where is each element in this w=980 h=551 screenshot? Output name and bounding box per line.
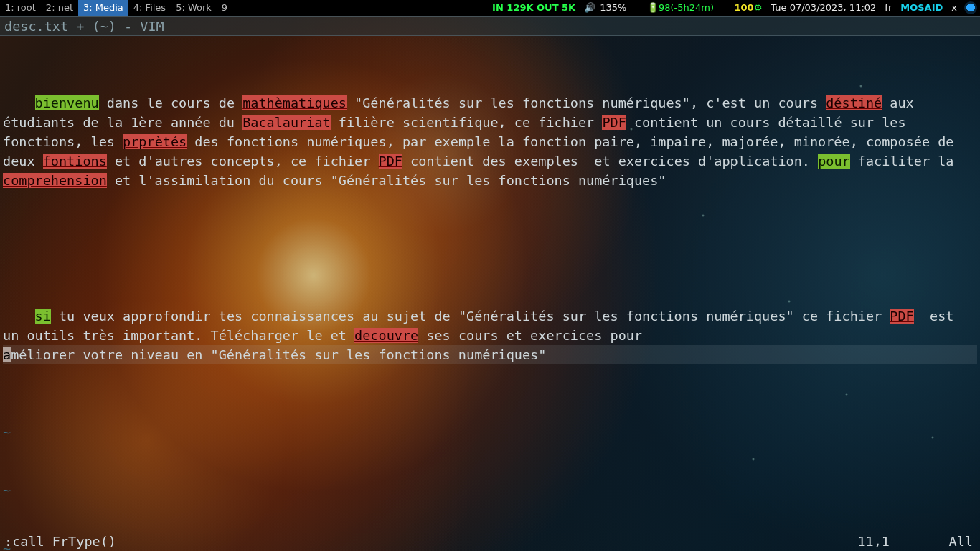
blank-line (3, 229, 977, 248)
workspace-4-files[interactable]: 4: Files (128, 0, 171, 16)
vim-status-line: :call FrType() 11,1 All (0, 531, 980, 551)
spell-good: bienvenu (35, 95, 99, 110)
spell-bad: PDF (379, 154, 402, 169)
hostname: MOSAID (896, 0, 947, 16)
spell-good: pour (818, 154, 850, 169)
close-icon[interactable]: x (947, 0, 961, 16)
cursor: a (3, 347, 11, 362)
net-traffic: IN 129K OUT 5K (488, 0, 580, 16)
window-title: desc.txt + (~) - VIM (0, 16, 980, 36)
cpu-widget: 100⚙ (718, 0, 766, 32)
vim-command: :call FrType() (4, 532, 116, 551)
cpu-value: 100 (735, 2, 754, 13)
vim-scroll-pct: All (949, 532, 973, 551)
terminal-window[interactable]: desc.txt + (~) - VIM bienvenu dans le co… (0, 16, 980, 551)
workspace-3-media[interactable]: 3: Media (78, 0, 128, 16)
spell-bad: mathèmatiques (242, 95, 347, 110)
spell-bad: comprehension (3, 173, 107, 188)
spell-bad: PDF (890, 309, 913, 324)
wm-status-bar: 1: root 2: net 3: Media 4: Files 5: Work… (0, 0, 980, 16)
spell-bad: PDF (602, 115, 626, 130)
spell-good: si (35, 309, 51, 324)
text-line: bienvenu dans le cours de mathèmatiques … (3, 95, 962, 188)
vim-tilde: ~ (3, 481, 977, 500)
gear-icon: ⚙ (754, 2, 763, 13)
spell-bad: prprètés (123, 134, 187, 149)
spell-bad: decouvre (354, 328, 418, 343)
battery-value: 98(-5h24m) (659, 2, 714, 13)
workspace-5-work[interactable]: 5: Work (171, 0, 217, 16)
cursor-line: améliorer votre niveau en "Généralités s… (3, 345, 977, 364)
battery-widget: 🔋98(-5h24m) (631, 0, 718, 32)
vim-buffer[interactable]: bienvenu dans le cours de mathèmatiques … (0, 36, 980, 531)
workspace-2-net[interactable]: 2: net (41, 0, 78, 16)
spell-bad: Bacalauriat (242, 115, 331, 130)
spell-bad: déstiné (826, 95, 882, 110)
keyboard-layout[interactable]: fr (880, 0, 896, 16)
spell-bad: fontions (43, 154, 107, 169)
battery-icon: 🔋 (647, 2, 659, 13)
clock: Tue 07/03/2023, 11:02 (766, 0, 880, 16)
workspace-1-root[interactable]: 1: root (0, 0, 41, 16)
workspace-9[interactable]: 9 (217, 0, 232, 16)
volume-icon[interactable]: 🔊 (580, 0, 600, 16)
volume-value: 135% (600, 0, 631, 16)
vim-tilde: ~ (3, 423, 977, 442)
text-line: si tu veux approfondir tes connaissances… (3, 309, 977, 364)
distro-logo-icon[interactable] (964, 1, 977, 14)
